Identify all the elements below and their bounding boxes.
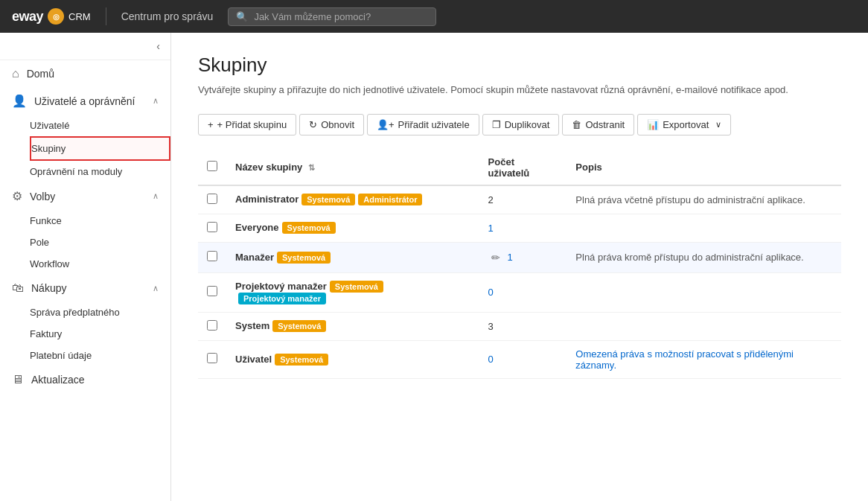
row-checkbox[interactable] bbox=[207, 194, 217, 204]
group-count-cell: 2 bbox=[479, 185, 567, 214]
group-count-cell[interactable]: 1 bbox=[479, 214, 567, 242]
row-checkbox[interactable] bbox=[207, 353, 217, 363]
group-badge: Administrátor bbox=[358, 194, 422, 205]
refresh-button[interactable]: ↻ Obnovit bbox=[299, 114, 364, 135]
group-badge: Systemová bbox=[330, 281, 383, 293]
group-count[interactable]: 1 bbox=[488, 223, 494, 234]
sidebar-item-domu[interactable]: ⌂ Domů bbox=[0, 60, 170, 87]
row-checkbox[interactable] bbox=[207, 286, 217, 296]
group-count-cell[interactable]: 0 bbox=[479, 272, 567, 312]
sidebar-item-funkce[interactable]: Funkce bbox=[30, 210, 170, 232]
header-nazev-skupiny: Název skupiny ⇅ bbox=[226, 150, 479, 185]
sidebar-item-platebni-udaje[interactable]: Platební údaje bbox=[30, 345, 170, 366]
logo-eway: eway bbox=[12, 9, 43, 25]
search-icon: 🔍 bbox=[236, 11, 248, 22]
home-icon: ⌂ bbox=[12, 67, 19, 80]
sidebar-section-label-nakupy: Nákupy bbox=[31, 282, 66, 294]
sidebar-section-nakupy[interactable]: 🛍 Nákupy ∧ bbox=[0, 275, 170, 301]
group-count-cell[interactable]: ✏1 bbox=[479, 242, 567, 272]
group-name: Uživatel bbox=[235, 354, 272, 365]
row-checkbox-cell bbox=[198, 242, 226, 272]
duplicate-label: Duplikovat bbox=[505, 119, 550, 130]
sort-icon: ⇅ bbox=[308, 163, 315, 172]
group-name-cell: EveryoneSystemová bbox=[226, 214, 479, 242]
sidebar-item-sprava-predplatneho[interactable]: Správa předplatného bbox=[30, 301, 170, 323]
sidebar: ‹ ⌂ Domů 👤 Uživatelé a oprávnění ∧ Uživa… bbox=[0, 33, 171, 501]
logo: eway ◎ CRM bbox=[12, 8, 91, 25]
group-name: Everyone bbox=[235, 222, 279, 233]
export-button[interactable]: 📊 Exportovat ∨ bbox=[637, 114, 731, 135]
main-content: Skupiny Vytvářejte skupiny a přiřazujte … bbox=[171, 33, 868, 501]
sidebar-item-skupiny[interactable]: Skupiny bbox=[30, 136, 170, 161]
sidebar-section-label-volby: Volby bbox=[30, 191, 55, 202]
sidebar-sub-nakupy: Správa předplatného Faktury Platební úda… bbox=[0, 301, 170, 366]
group-count[interactable]: 0 bbox=[488, 287, 494, 298]
row-checkbox[interactable] bbox=[207, 320, 217, 331]
group-count: 3 bbox=[488, 321, 494, 332]
sidebar-sub-uzivatele: Uživatelé Skupiny Oprávnění na moduly bbox=[0, 115, 170, 182]
sidebar-item-label-pole: Pole bbox=[30, 237, 49, 248]
topbar: eway ◎ CRM Centrum pro správu 🔍 bbox=[0, 0, 868, 33]
row-actions: ✏1 bbox=[488, 250, 558, 265]
sidebar-section-label-uzivatele: Uživatelé a oprávnění bbox=[34, 95, 135, 107]
search-input[interactable] bbox=[254, 11, 428, 22]
group-description-cell: Plná práva včetně přístupu do administra… bbox=[567, 185, 841, 214]
add-group-button[interactable]: + + Přidat skupinu bbox=[198, 114, 296, 135]
table-row: Projektový manažerSystemováProjektový ma… bbox=[198, 272, 841, 312]
shopping-icon: 🛍 bbox=[12, 281, 24, 295]
logo-icon: ◎ bbox=[48, 8, 64, 25]
select-all-checkbox[interactable] bbox=[207, 161, 217, 171]
topbar-divider bbox=[106, 7, 106, 25]
header-popis: Popis bbox=[567, 150, 841, 185]
sidebar-section-volby[interactable]: ⚙ Volby ∧ bbox=[0, 182, 170, 210]
row-checkbox[interactable] bbox=[207, 222, 217, 232]
sidebar-item-opravneni-na-moduly[interactable]: Oprávnění na moduly bbox=[30, 161, 170, 182]
group-name: Projektový manažer bbox=[235, 281, 327, 292]
group-description: Omezená práva s možností pracovat s přid… bbox=[575, 348, 794, 371]
sidebar-item-aktualizace[interactable]: 🖥 Aktualizace bbox=[0, 366, 170, 393]
group-count[interactable]: 0 bbox=[488, 354, 494, 365]
sidebar-item-label-aktualizace: Aktualizace bbox=[31, 374, 85, 386]
row-checkbox-cell bbox=[198, 312, 226, 340]
group-badge: Systemová bbox=[272, 320, 326, 332]
sidebar-section-uzivatele-opravneni[interactable]: 👤 Uživatelé a oprávnění ∧ bbox=[0, 87, 170, 115]
page-description: Vytvářejte skupiny a přiřazujte do nich … bbox=[198, 83, 841, 98]
group-badge: Systemová bbox=[282, 222, 336, 234]
edit-icon-button[interactable]: ✏ bbox=[488, 250, 503, 265]
sidebar-item-pole[interactable]: Pole bbox=[30, 232, 170, 253]
row-checkbox-cell bbox=[198, 272, 226, 312]
monitor-icon: 🖥 bbox=[12, 373, 24, 386]
group-badge: Projektový manažer bbox=[238, 293, 326, 304]
sidebar-collapse-button[interactable]: ‹ bbox=[153, 39, 163, 54]
sidebar-item-workflow[interactable]: Workflow bbox=[30, 253, 170, 275]
group-badge: Systemová bbox=[301, 194, 355, 205]
add-group-label: + Přidat skupinu bbox=[217, 119, 287, 130]
row-checkbox[interactable] bbox=[207, 251, 217, 261]
group-description: Plná práva včetně přístupu do administra… bbox=[575, 194, 805, 205]
refresh-label: Obnovit bbox=[321, 119, 354, 130]
row-checkbox-cell bbox=[198, 214, 226, 242]
group-description-cell bbox=[567, 272, 841, 312]
export-label: Exportovat bbox=[663, 119, 709, 130]
table-header-row: Název skupiny ⇅ Počet uživatelů Popis bbox=[198, 150, 841, 185]
group-description: Plná práva kromě přístupu do administrač… bbox=[575, 252, 803, 263]
header-checkbox-col bbox=[198, 150, 226, 185]
toolbar: + + Přidat skupinu ↻ Obnovit 👤+ Přiřadit… bbox=[198, 114, 841, 135]
remove-button[interactable]: 🗑 Odstranit bbox=[562, 114, 634, 135]
group-name-cell: Projektový manažerSystemováProjektový ma… bbox=[226, 272, 479, 312]
group-count[interactable]: 1 bbox=[508, 252, 513, 263]
sidebar-item-uzivatele[interactable]: Uživatelé bbox=[30, 115, 170, 136]
group-count-cell[interactable]: 0 bbox=[479, 340, 567, 378]
group-description-cell bbox=[567, 312, 841, 340]
sidebar-item-label-platebni: Platební údaje bbox=[30, 350, 92, 361]
sidebar-item-faktury[interactable]: Faktury bbox=[30, 323, 170, 345]
sidebar-item-label-uzivatele: Uživatelé bbox=[30, 120, 69, 131]
sidebar-item-label-skupiny: Skupiny bbox=[31, 143, 66, 154]
assign-user-button[interactable]: 👤+ Přiřadit uživatele bbox=[367, 114, 479, 135]
remove-label: Odstranit bbox=[585, 119, 625, 130]
search-bar[interactable]: 🔍 bbox=[228, 7, 436, 26]
sidebar-item-label-faktury: Faktury bbox=[30, 328, 62, 339]
user-icon: 👤 bbox=[12, 94, 27, 108]
duplicate-button[interactable]: ❐ Duplikovat bbox=[482, 114, 560, 135]
export-icon: 📊 bbox=[647, 119, 659, 130]
